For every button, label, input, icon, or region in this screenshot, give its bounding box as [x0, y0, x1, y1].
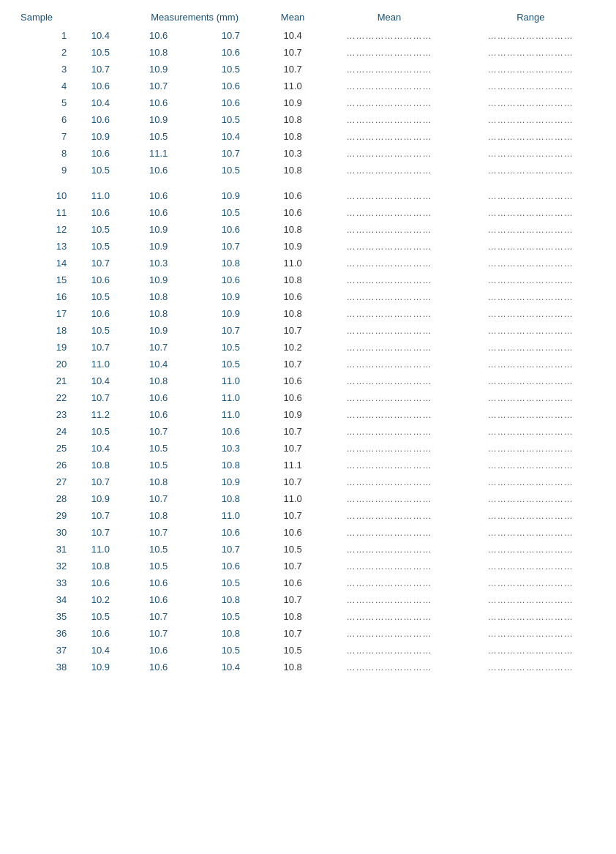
- cell-m1: 10.6: [78, 625, 122, 642]
- cell-mean: 10.3: [267, 145, 319, 162]
- cell-sample: 1: [15, 27, 78, 44]
- cell-mean: 10.6: [267, 389, 319, 406]
- cell-mean: 10.6: [267, 288, 319, 305]
- cell-m3: 11.0: [195, 406, 267, 423]
- cell-m3: 10.6: [195, 94, 267, 111]
- cell-m3: 10.6: [195, 524, 267, 541]
- table-row: 3010.710.710.610.6………………………………………………: [15, 524, 601, 541]
- cell-m1: 10.5: [78, 162, 122, 179]
- cell-sample: 30: [15, 524, 78, 541]
- cell-range-dots: ………………………: [460, 356, 601, 372]
- table-row: 3111.010.510.710.5………………………………………………: [15, 541, 601, 558]
- cell-mean-dots: ………………………: [318, 128, 459, 145]
- cell-m1: 10.5: [78, 44, 122, 61]
- cell-range-dots: ………………………: [460, 625, 601, 642]
- cell-m1: 10.4: [78, 94, 122, 111]
- cell-m1: 10.4: [78, 440, 122, 457]
- cell-mean: 10.7: [267, 322, 319, 339]
- cell-mean: 10.8: [267, 608, 319, 625]
- cell-m3: 10.5: [195, 162, 267, 179]
- cell-m3: 11.0: [195, 389, 267, 406]
- cell-mean: 10.8: [267, 659, 319, 675]
- cell-m3: 10.6: [195, 271, 267, 288]
- table-row: 3310.610.610.510.6………………………………………………: [15, 574, 601, 591]
- cell-mean: 10.7: [267, 61, 319, 78]
- cell-m2: 10.8: [122, 372, 195, 389]
- table-row: 910.510.610.510.8………………………………………………: [15, 162, 601, 179]
- cell-mean: 10.5: [267, 541, 319, 558]
- cell-mean-dots: ………………………: [318, 322, 459, 339]
- cell-range-dots: ………………………: [460, 111, 601, 128]
- header-sample: Sample: [15, 7, 78, 27]
- cell-mean-dots: ………………………: [318, 356, 459, 372]
- cell-range-dots: ………………………: [460, 44, 601, 61]
- cell-m1: 10.6: [78, 574, 122, 591]
- cell-m1: 10.2: [78, 591, 122, 608]
- cell-mean: 10.7: [267, 507, 319, 524]
- cell-range-dots: ………………………: [460, 457, 601, 473]
- cell-range-dots: ………………………: [460, 78, 601, 94]
- cell-mean: 10.5: [267, 642, 319, 659]
- cell-m2: 10.5: [122, 558, 195, 574]
- cell-m2: 10.5: [122, 128, 195, 145]
- cell-sample: 29: [15, 507, 78, 524]
- cell-mean-dots: ………………………: [318, 457, 459, 473]
- cell-sample: 27: [15, 473, 78, 490]
- table-row: 610.610.910.510.8………………………………………………: [15, 111, 601, 128]
- cell-m2: 10.6: [122, 389, 195, 406]
- cell-sample: 9: [15, 162, 78, 179]
- header-mean: Mean: [267, 7, 319, 27]
- cell-mean: 10.8: [267, 111, 319, 128]
- cell-range-dots: ………………………: [460, 339, 601, 356]
- cell-mean-dots: ………………………: [318, 187, 459, 204]
- table-row: 1110.610.610.510.6………………………………………………: [15, 204, 601, 221]
- cell-range-dots: ………………………: [460, 490, 601, 507]
- cell-sample: 26: [15, 457, 78, 473]
- cell-sample: 19: [15, 339, 78, 356]
- cell-mean: 10.6: [267, 187, 319, 204]
- cell-m2: 10.8: [122, 44, 195, 61]
- cell-mean-dots: ………………………: [318, 238, 459, 255]
- cell-m3: 10.6: [195, 78, 267, 94]
- cell-sample: 24: [15, 423, 78, 440]
- table-row: 2311.210.611.010.9………………………………………………: [15, 406, 601, 423]
- cell-m1: 11.0: [78, 187, 122, 204]
- cell-mean: 10.6: [267, 574, 319, 591]
- cell-m2: 10.7: [122, 339, 195, 356]
- cell-m3: 10.9: [195, 305, 267, 322]
- cell-m2: 10.5: [122, 457, 195, 473]
- cell-sample: 21: [15, 372, 78, 389]
- cell-m2: 11.1: [122, 145, 195, 162]
- cell-range-dots: ………………………: [460, 255, 601, 271]
- cell-mean: 11.0: [267, 78, 319, 94]
- cell-m1: 11.0: [78, 356, 122, 372]
- cell-mean-dots: ………………………: [318, 659, 459, 675]
- cell-mean: 11.1: [267, 457, 319, 473]
- cell-mean: 10.6: [267, 524, 319, 541]
- cell-m3: 10.5: [195, 608, 267, 625]
- cell-mean: 10.8: [267, 128, 319, 145]
- cell-m1: 11.2: [78, 406, 122, 423]
- cell-m3: 10.5: [195, 204, 267, 221]
- table-row: 710.910.510.410.8………………………………………………: [15, 128, 601, 145]
- cell-m1: 10.4: [78, 27, 122, 44]
- table-row: 210.510.810.610.7………………………………………………: [15, 44, 601, 61]
- table-row: 2510.410.510.310.7………………………………………………: [15, 440, 601, 457]
- cell-m1: 10.5: [78, 288, 122, 305]
- cell-mean: 10.7: [267, 625, 319, 642]
- cell-m1: 10.5: [78, 221, 122, 238]
- cell-m2: 10.5: [122, 440, 195, 457]
- cell-m3: 10.7: [195, 238, 267, 255]
- table-row: 2210.710.611.010.6………………………………………………: [15, 389, 601, 406]
- cell-mean-dots: ………………………: [318, 271, 459, 288]
- cell-range-dots: ………………………: [460, 642, 601, 659]
- cell-mean-dots: ………………………: [318, 625, 459, 642]
- table-row: 1210.510.910.610.8………………………………………………: [15, 221, 601, 238]
- cell-m2: 10.6: [122, 27, 195, 44]
- cell-mean-dots: ………………………: [318, 642, 459, 659]
- cell-sample: 8: [15, 145, 78, 162]
- header-range: Range: [460, 7, 601, 27]
- cell-range-dots: ………………………: [460, 574, 601, 591]
- cell-mean: 10.7: [267, 423, 319, 440]
- cell-mean-dots: ………………………: [318, 524, 459, 541]
